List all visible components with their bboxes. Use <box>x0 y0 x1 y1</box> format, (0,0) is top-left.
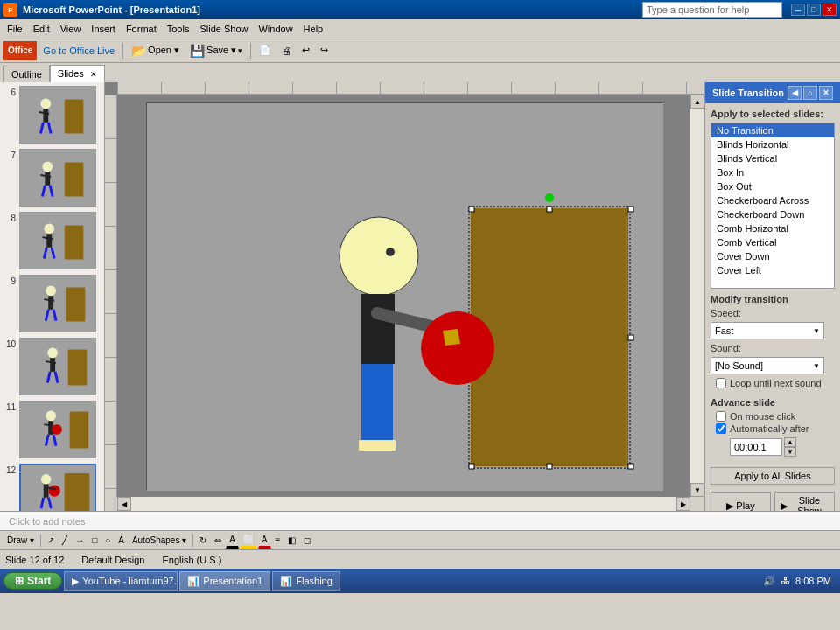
close-button[interactable]: ✕ <box>822 4 836 16</box>
svg-rect-31 <box>50 358 55 372</box>
transition-cover-left[interactable]: Cover Left <box>711 263 834 277</box>
fill-color-icon[interactable]: ⬜ <box>240 533 257 549</box>
sound-label: Sound: <box>710 343 741 354</box>
transition-list[interactable]: No Transition Blinds Horizontal Blinds V… <box>710 122 835 289</box>
scroll-track-v[interactable] <box>690 108 704 483</box>
slide-img-12 <box>19 464 96 511</box>
network-icon[interactable]: 🖧 <box>780 576 790 586</box>
vertical-scrollbar[interactable]: ▲ ▼ <box>690 94 704 497</box>
minimize-button[interactable]: ─ <box>791 4 805 16</box>
panel-close-icon[interactable]: ✕ <box>819 86 833 100</box>
transition-blinds-h[interactable]: Blinds Horizontal <box>711 137 834 151</box>
slide-num-6: 6 <box>4 88 16 97</box>
play-icon: ▶ <box>726 500 733 512</box>
print-button[interactable]: 🖨 <box>277 41 296 60</box>
scroll-right-button[interactable]: ▶ <box>676 497 690 511</box>
slide-thumb-8[interactable]: 8 <box>4 212 101 270</box>
slide-thumb-10[interactable]: 10 <box>4 338 101 396</box>
line-tool[interactable]: ╱ <box>59 533 71 549</box>
tab-slides[interactable]: Slides ✕ <box>50 65 105 82</box>
undo-button[interactable]: ↩ <box>298 41 314 60</box>
transition-comb-v[interactable]: Comb Vertical <box>711 235 834 249</box>
scroll-track-h[interactable] <box>131 497 676 511</box>
transition-checkerboard-down[interactable]: Checkerboard Down <box>711 207 834 221</box>
autoshapes-button[interactable]: AutoShapes ▾ <box>129 533 190 549</box>
font-color-icon[interactable]: A <box>258 533 271 549</box>
sound-dropdown[interactable]: [No Sound] ▼ <box>710 357 824 374</box>
time-input[interactable]: 00:00.1 <box>730 438 782 456</box>
3d-icon[interactable]: ◻ <box>300 533 314 549</box>
line-color-icon[interactable]: A <box>226 533 239 549</box>
oval-tool[interactable]: ○ <box>102 533 114 549</box>
slide-thumb-9[interactable]: 9 <box>4 275 101 332</box>
transition-blinds-v[interactable]: Blinds Vertical <box>711 151 834 165</box>
transition-no-transition[interactable]: No Transition <box>711 123 834 137</box>
transition-checkerboard-across[interactable]: Checkerboard Across <box>711 193 834 207</box>
menu-view[interactable]: View <box>55 22 87 36</box>
transition-box-out[interactable]: Box Out <box>711 179 834 193</box>
scroll-up-button[interactable]: ▲ <box>690 94 704 108</box>
svg-rect-36 <box>70 411 88 448</box>
slide-canvas[interactable] <box>117 94 690 497</box>
taskbar-youtube[interactable]: ▶ YouTube - liamturn97... <box>64 571 178 591</box>
open-button[interactable]: 📂 Open ▾ <box>127 41 184 60</box>
help-input[interactable]: Type a question for help <box>647 4 749 15</box>
taskbar-presentation[interactable]: 📊 Presentation1 <box>179 571 270 591</box>
scroll-down-button[interactable]: ▼ <box>690 483 704 497</box>
transition-comb-h[interactable]: Comb Horizontal <box>711 221 834 235</box>
slide-thumb-12[interactable]: 12 <box>4 464 101 511</box>
tab-slides-label: Slides <box>58 68 84 79</box>
restore-button[interactable]: □ <box>807 4 821 16</box>
align-icon[interactable]: ≡ <box>272 533 284 549</box>
horizontal-scrollbar[interactable]: ◀ ▶ <box>105 497 704 511</box>
loop-checkbox[interactable] <box>716 378 726 388</box>
scroll-left-button[interactable]: ◀ <box>117 497 131 511</box>
rotate-icon[interactable]: ↻ <box>196 533 210 549</box>
ruler-vertical <box>105 94 117 497</box>
speed-dropdown[interactable]: Fast ▼ <box>710 322 824 340</box>
menu-insert[interactable]: Insert <box>86 22 121 36</box>
play-button[interactable]: ▶ Play <box>710 492 771 511</box>
tab-outline[interactable]: Outline <box>4 66 50 82</box>
slide-thumb-6[interactable]: 6 <box>4 86 101 144</box>
time-up-button[interactable]: ▲ <box>784 438 796 447</box>
new-button[interactable]: 📄 <box>255 41 276 60</box>
presentation-label: Presentation1 <box>203 576 262 586</box>
menu-window[interactable]: Window <box>253 22 298 36</box>
arrow-tool[interactable]: → <box>72 533 88 549</box>
start-button[interactable]: ⊞ Start <box>4 572 62 590</box>
transition-box-in[interactable]: Box In <box>711 165 834 179</box>
menu-file[interactable]: File <box>2 22 28 36</box>
transition-cover-down[interactable]: Cover Down <box>711 249 834 263</box>
menu-edit[interactable]: Edit <box>28 22 55 36</box>
taskbar-flashing[interactable]: 📊 Flashing <box>272 571 340 591</box>
tab-close-icon[interactable]: ✕ <box>90 70 97 79</box>
notes-bar[interactable]: Click to add notes <box>0 511 840 530</box>
rect-tool[interactable]: □ <box>88 533 101 549</box>
office-live-button[interactable]: Go to Office Live <box>38 41 119 60</box>
draw-button[interactable]: Draw ▾ <box>4 533 38 549</box>
auto-after-checkbox[interactable] <box>716 424 726 434</box>
menu-help[interactable]: Help <box>298 22 329 36</box>
menu-slideshow[interactable]: Slide Show <box>194 22 253 36</box>
textbox-tool[interactable]: A <box>115 533 128 549</box>
panel-home-icon[interactable]: ⌂ <box>803 86 817 100</box>
slide-thumb-11[interactable]: 11 <box>4 401 101 458</box>
svg-point-64 <box>386 248 395 256</box>
mouse-click-checkbox[interactable] <box>716 411 726 422</box>
volume-icon[interactable]: 🔊 <box>763 576 775 587</box>
arrow-icon[interactable]: ↗ <box>44 533 58 549</box>
menu-tools[interactable]: Tools <box>162 22 195 36</box>
redo-button[interactable]: ↪ <box>316 41 332 60</box>
save-button[interactable]: 💾 Save ▾ ▾ <box>186 41 247 60</box>
slide-thumb-7[interactable]: 7 <box>4 149 101 206</box>
apply-all-button[interactable]: Apply to All Slides <box>710 467 835 485</box>
time-down-button[interactable]: ▼ <box>784 447 796 457</box>
svg-point-67 <box>421 312 494 385</box>
slideshow-button[interactable]: ▶ Slide Show <box>774 492 835 511</box>
menu-format[interactable]: Format <box>121 22 162 36</box>
panel-left-icon[interactable]: ◀ <box>788 86 802 100</box>
flip-h-icon[interactable]: ⇔ <box>211 533 225 549</box>
svg-rect-8 <box>65 162 84 196</box>
shadow-icon[interactable]: ◧ <box>284 533 299 549</box>
